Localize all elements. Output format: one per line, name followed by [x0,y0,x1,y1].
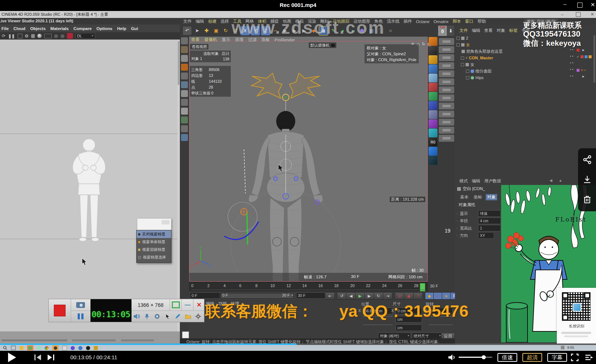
light-bulb-icon[interactable]: ○ [386,26,395,35]
om-menu-view[interactable]: 查看 [484,28,493,33]
screenshot-button[interactable] [71,299,91,311]
next-video-button[interactable] [47,354,55,361]
frame-icon[interactable] [18,34,22,38]
goto-start-button[interactable]: ⇤ [325,292,335,300]
expander-icon[interactable] [466,70,469,73]
playback-speed-button[interactable]: 倍速 [497,353,517,362]
arrows-tool-icon[interactable] [429,156,437,165]
command-button[interactable] [439,46,454,53]
psr-drop-button[interactable]: ⬇ [447,26,454,36]
maximize-button[interactable] [577,3,582,8]
c4d-maximize-button[interactable] [576,12,581,17]
fullscreen-icon[interactable] [571,353,579,361]
close-button[interactable]: ✕ [591,1,595,8]
dl-logo-icon[interactable] [67,33,73,39]
taskbar-app-icon[interactable] [71,346,75,350]
command-button[interactable] [439,62,454,69]
viewer-menu-cloud[interactable]: Cloud [14,26,26,31]
tab-coord[interactable]: 坐标 [472,194,484,200]
purple-tool-icon[interactable] [429,119,437,128]
subdiv-tags[interactable]: ✕ • [577,68,586,72]
tree-row[interactable]: 把角色头部放在这里 [462,48,503,54]
frames-icon[interactable] [44,34,52,38]
water-tool-icon[interactable] [429,147,437,156]
attr-menu-userdata[interactable]: 用户数据 [484,178,501,184]
next-frame-button[interactable]: ▶ [364,292,374,300]
command-button[interactable] [439,94,454,101]
command-button[interactable] [439,70,454,77]
r0-tool-icon[interactable]: R0 [429,138,437,146]
c4d-minimize-button[interactable]: – [561,12,566,16]
material-preview-swatch[interactable] [182,331,189,338]
expander-icon[interactable] [456,43,460,47]
globe-tool-icon[interactable] [429,129,437,137]
dl-dropdown[interactable]: DL▾ [75,33,95,39]
vp-menu-options[interactable]: 选项 [235,37,244,42]
vp-menu-display[interactable]: 显示 [222,37,230,42]
attr-back-icon[interactable]: ◀ [549,178,552,182]
taskbar-app-icon[interactable] [37,346,41,350]
cursor-record-icon[interactable] [162,313,173,320]
trash-icon[interactable] [583,194,592,204]
region-select-button[interactable] [170,299,182,311]
expander-icon[interactable] [466,76,469,79]
orientation-dropdown[interactable]: XY [478,232,494,239]
om-menu-file[interactable]: 文件 [459,28,468,33]
viewer-menu-compare[interactable]: Compare [73,26,92,31]
lock2-icon[interactable] [181,99,188,106]
menu-file[interactable]: 文件 [183,19,192,24]
pause-icon[interactable]: ❚❚ [8,34,15,38]
play-button[interactable] [8,353,16,362]
microphone-icon[interactable] [142,313,152,320]
subtitle-button[interactable]: 字幕 [547,353,567,362]
green-tool-icon[interactable] [429,92,437,101]
command-button[interactable] [439,111,454,118]
disclosure-icon[interactable]: ◦ [456,234,458,237]
context-menu-item[interactable]: 视窗单体独显 [137,238,171,246]
frame-start-field[interactable]: 0 F [190,292,221,299]
eye-tool-icon[interactable] [429,46,437,55]
attr-menu-edit[interactable]: 编辑 [472,178,480,184]
cube-icon[interactable] [181,46,188,53]
live-select-icon[interactable]: ➤ [193,26,201,35]
expander-icon[interactable] [461,56,464,60]
refresh-icon[interactable]: ⟳ [2,33,5,38]
webcam-icon[interactable] [152,313,162,319]
rot-b-field[interactable] [429,324,453,325]
stack-icon[interactable] [181,73,188,79]
minimize-recorder-button[interactable]: — [181,299,193,311]
command-button[interactable] [439,103,454,109]
brush-icon[interactable] [181,116,188,123]
expression-tag-icon[interactable]: ➤ [582,48,585,52]
record-off-button[interactable]: ⊘ [395,292,404,300]
taskbar-app-icon[interactable] [86,346,90,350]
om-menu-edit[interactable]: 编辑 [472,28,480,33]
taskbar-taskview-icon[interactable] [11,346,16,350]
viewer-menu-file[interactable]: File [1,26,9,31]
command-button[interactable] [439,54,454,61]
command-button[interactable] [439,135,454,142]
goto-end-button[interactable]: ⇥ [383,292,392,300]
om-menu-object[interactable]: 对象 [497,28,505,33]
orange-cube-icon[interactable] [181,64,188,71]
play-button[interactable]: ▶ [355,292,365,300]
frame-end-field[interactable]: 30 F [296,292,325,299]
palette-tool-icon[interactable] [429,83,437,92]
taskbar-app-icon[interactable] [52,345,59,350]
tab-object[interactable]: 对象 [486,194,497,200]
menu-window[interactable]: 窗口 [465,19,473,24]
disclosure-icon[interactable]: ◦ [456,226,458,230]
loop-button[interactable]: ↺ [337,292,347,300]
magnet-icon[interactable] [181,125,188,132]
viewer-menu-help[interactable]: Help [117,26,126,31]
layers-icon[interactable] [181,81,188,88]
vp-menu-camera[interactable]: 摄像机 [204,37,217,42]
pin2-icon[interactable]: ◎ [60,33,64,38]
tree-row[interactable]: 女 [461,62,474,67]
command-button[interactable] [439,127,454,134]
blue-tool-icon[interactable] [429,64,437,73]
scale-tool-icon[interactable]: ▣ [212,26,221,35]
vp-menu-panel[interactable]: 面板 [262,37,270,42]
key-question-button[interactable]: ? [413,292,423,300]
expander-icon[interactable] [461,63,464,66]
